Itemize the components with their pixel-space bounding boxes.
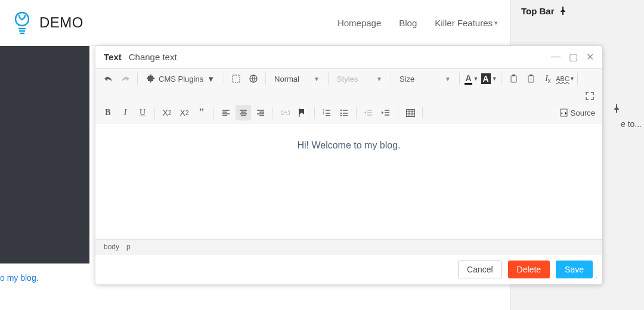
- path-body[interactable]: body: [104, 243, 119, 251]
- page-text-snippet: o my blog.: [0, 273, 39, 283]
- editor-content-text[interactable]: Hi! Welcome to my blog.: [95, 123, 602, 168]
- bold-button[interactable]: B: [100, 105, 116, 120]
- numbered-list-button[interactable]: 12: [319, 105, 335, 120]
- svg-point-13: [340, 115, 342, 116]
- modal-footer: Cancel Delete Save ⋰: [95, 254, 602, 284]
- globe-icon[interactable]: [246, 71, 261, 86]
- cancel-button[interactable]: Cancel: [458, 261, 502, 278]
- delete-button[interactable]: Delete: [508, 261, 550, 278]
- structure-topbar-row[interactable]: Top Bar: [510, 0, 644, 21]
- format-dropdown[interactable]: Normal▼: [270, 71, 324, 86]
- modal-titlebar[interactable]: Text Change text — ▢ ✕: [95, 46, 602, 68]
- styles-dropdown[interactable]: Styles▼: [333, 71, 386, 86]
- remove-format-button[interactable]: Ix: [540, 71, 556, 86]
- link-button[interactable]: [277, 105, 293, 120]
- text-editor-modal: Text Change text — ▢ ✕ CMS Plugins ▼: [95, 46, 602, 284]
- svg-point-12: [340, 113, 342, 114]
- bullet-list-button[interactable]: [336, 105, 352, 120]
- size-dropdown[interactable]: Size▼: [395, 71, 455, 86]
- pin-icon: [559, 7, 566, 15]
- outdent-button[interactable]: [361, 105, 376, 120]
- lightbulb-icon: [12, 11, 32, 35]
- undo-button[interactable]: [100, 71, 116, 86]
- hero-band: [0, 46, 89, 264]
- superscript-button[interactable]: X2: [177, 105, 192, 120]
- caret-down-icon: ▼: [207, 75, 215, 83]
- underline-button[interactable]: U: [135, 105, 150, 120]
- cms-plugins-dropdown[interactable]: CMS Plugins ▼: [142, 71, 219, 86]
- svg-rect-14: [406, 109, 414, 116]
- bg-color-button[interactable]: A▼: [481, 71, 497, 86]
- nav-homepage[interactable]: Homepage: [338, 18, 381, 28]
- brand[interactable]: DEMO: [12, 11, 83, 35]
- indent-button[interactable]: [378, 105, 394, 120]
- maximize-button[interactable]: ▢: [569, 51, 578, 63]
- text-color-button[interactable]: A▼: [464, 71, 479, 86]
- svg-rect-6: [530, 75, 532, 76]
- main-nav: Homepage Blog Killer Features▾: [338, 18, 498, 28]
- modal-subtitle: Change text: [129, 52, 177, 62]
- align-right-button[interactable]: [253, 105, 268, 120]
- subscript-button[interactable]: X2: [159, 105, 175, 120]
- paste-text-button[interactable]: T: [523, 71, 538, 86]
- chevron-down-icon: ▾: [494, 19, 498, 27]
- show-blocks-button[interactable]: [228, 71, 244, 86]
- align-left-button[interactable]: [218, 105, 234, 120]
- save-button[interactable]: Save: [556, 261, 593, 278]
- svg-rect-4: [512, 75, 515, 76]
- svg-text:2: 2: [323, 111, 324, 115]
- element-path: body p: [95, 239, 602, 254]
- anchor-button[interactable]: [295, 105, 310, 120]
- modal-title: Text: [104, 52, 122, 62]
- maximize-editor-button[interactable]: [582, 88, 597, 104]
- svg-point-11: [340, 110, 342, 111]
- nav-blog[interactable]: Blog: [399, 18, 417, 28]
- blockquote-button[interactable]: ”: [194, 105, 209, 120]
- path-p[interactable]: p: [126, 243, 131, 251]
- editor-body[interactable]: Hi! Welcome to my blog.: [95, 123, 602, 239]
- source-button[interactable]: Source: [558, 108, 597, 117]
- source-icon: [560, 108, 568, 117]
- svg-text:T: T: [530, 78, 532, 82]
- svg-rect-1: [233, 75, 240, 82]
- site-header: DEMO Homepage Blog Killer Features▾: [0, 0, 510, 46]
- table-button[interactable]: [402, 105, 418, 120]
- redo-button[interactable]: [117, 71, 133, 86]
- align-center-button[interactable]: [236, 105, 251, 120]
- pin-icon: [613, 104, 620, 113]
- svg-rect-8: [299, 108, 300, 117]
- editor-toolbar: CMS Plugins ▼ Normal▼ Styles▼ Size▼ A▼ A…: [95, 68, 602, 123]
- brand-text: DEMO: [39, 14, 83, 31]
- resize-handle[interactable]: ⋰: [593, 274, 600, 282]
- svg-rect-3: [511, 76, 516, 82]
- italic-button[interactable]: I: [117, 105, 133, 120]
- minimize-button[interactable]: —: [551, 51, 561, 63]
- puzzle-icon: [147, 75, 155, 83]
- nav-killer-features[interactable]: Killer Features▾: [435, 18, 498, 28]
- topbar-label: Top Bar: [521, 6, 555, 16]
- close-button[interactable]: ✕: [586, 51, 594, 63]
- spellcheck-button[interactable]: ABC▼: [558, 71, 573, 86]
- paste-button[interactable]: [506, 71, 521, 86]
